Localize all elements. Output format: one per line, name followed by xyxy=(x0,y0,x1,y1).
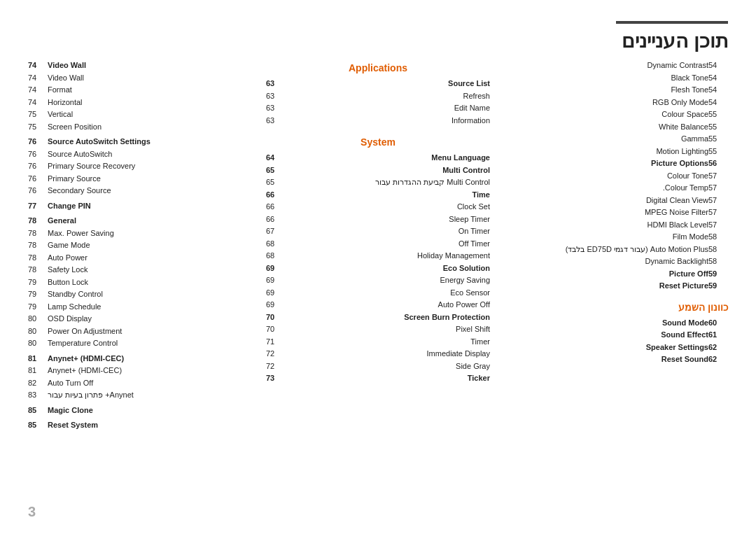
mid-entry: 73Ticker xyxy=(266,372,490,384)
entry-page-num: 78 xyxy=(28,264,48,276)
entry-label: General xyxy=(48,215,252,227)
right-label: Digital Clean View xyxy=(504,195,708,206)
sound-page-num: 60 xyxy=(708,317,728,329)
right-page-num: 54 xyxy=(708,84,728,96)
entry-label: Game Mode xyxy=(48,239,252,251)
entry-label: Standby Control xyxy=(48,288,252,300)
sound-label: Speaker Settings xyxy=(504,342,708,353)
mid-entry: 68Holiday Management xyxy=(266,250,490,262)
mid-entry: 66Clock Set xyxy=(266,201,490,213)
left-entry: 82Auto Turn Off xyxy=(28,377,252,389)
entry-page-num: 74 xyxy=(28,72,48,84)
entry-page-num: 78 xyxy=(28,252,48,264)
right-label: Motion Lighting xyxy=(504,146,708,157)
left-entry: 85Reset System xyxy=(28,419,252,431)
mid-label: Refresh xyxy=(288,90,490,102)
mid-entry: 65Multi Control xyxy=(266,164,490,176)
left-entry: 81Anynet+ (HDMI-CEC) xyxy=(28,353,252,365)
mid-page-num: 66 xyxy=(266,201,288,213)
right-entry: 55Gamma xyxy=(504,133,728,145)
entry-label: Source AutoSwitch Settings xyxy=(48,136,252,148)
right-page-num: 58 xyxy=(708,255,728,267)
left-entry: 75Vertical xyxy=(28,108,252,120)
left-entry: 74Video Wall xyxy=(28,72,252,84)
entry-page-num: 80 xyxy=(28,337,48,349)
left-entry: 78General xyxy=(28,215,252,227)
right-entry: 54Dynamic Contrast xyxy=(504,59,728,71)
right-page-num: 57 xyxy=(708,195,728,206)
left-entry: 76Secondary Source xyxy=(28,185,252,197)
mid-page-num: 63 xyxy=(266,78,288,90)
mid-label: Energy Saving xyxy=(288,274,490,286)
middle-column: Applications63Source List63Refresh63Edit… xyxy=(259,59,497,432)
right-label: RGB Only Mode xyxy=(504,97,708,108)
entry-label: Primary Source xyxy=(48,173,252,185)
entry-page-num: 75 xyxy=(28,108,48,120)
mid-label: Edit Name xyxy=(288,102,490,114)
left-entry: 76Source AutoSwitch xyxy=(28,148,252,160)
mid-label: Screen Burn Protection xyxy=(288,311,490,323)
mid-entry: 70Pixel Shift xyxy=(266,323,490,335)
left-entry: 79Lamp Schedule xyxy=(28,301,252,313)
right-page-num: 59 xyxy=(708,280,728,292)
right-page-num: 55 xyxy=(708,133,728,145)
left-entry: 76Source AutoSwitch Settings xyxy=(28,136,252,148)
entry-page-num: 81 xyxy=(28,353,48,365)
mid-entry: 66Sleep Timer xyxy=(266,213,490,225)
entry-label: Power On Adjustment xyxy=(48,325,252,337)
right-entry: 54Flesh Tone xyxy=(504,84,728,96)
entry-label: Anynet+ (HDMI-CEC) xyxy=(48,353,252,365)
entry-label: Magic Clone xyxy=(48,405,252,416)
right-page-num: 54 xyxy=(708,72,728,84)
right-entry: 59Reset Picture xyxy=(504,280,728,292)
entry-page-num: 85 xyxy=(28,419,48,431)
mid-page-num: 63 xyxy=(266,115,288,127)
right-page-num: 55 xyxy=(708,108,728,120)
entry-page-num: 75 xyxy=(28,121,48,133)
sound-label: Reset Sound xyxy=(504,353,708,365)
mid-page-num: 65 xyxy=(266,164,288,176)
left-entry: 80Power On Adjustment xyxy=(28,325,252,337)
mid-page-num: 73 xyxy=(266,372,288,384)
entry-label: Video Wall xyxy=(48,59,252,71)
entry-label: Safety Lock xyxy=(48,264,252,276)
page: תוכן העניינים 74Video Wall74Video Wall74… xyxy=(0,0,756,534)
right-label: Dynamic Contrast xyxy=(504,59,708,71)
entry-page-num: 76 xyxy=(28,160,48,172)
mid-label: Off Timer xyxy=(288,238,490,250)
entry-page-num: 78 xyxy=(28,215,48,227)
right-label: Flesh Tone xyxy=(504,84,708,96)
mid-page-num: 70 xyxy=(266,323,288,335)
right-page-num: 58 xyxy=(708,231,728,243)
entry-label: Temperature Control xyxy=(48,337,252,349)
mid-label: Clock Set xyxy=(288,201,490,213)
header-bar xyxy=(616,21,728,24)
mid-entry: 71Timer xyxy=(266,336,490,348)
entry-page-num: 80 xyxy=(28,313,48,325)
left-entry: 78Game Mode xyxy=(28,239,252,251)
mid-entry: 63Information xyxy=(266,115,490,127)
right-entry: 57MPEG Noise Filter xyxy=(504,206,728,218)
entry-page-num: 79 xyxy=(28,288,48,300)
entry-page-num: 80 xyxy=(28,325,48,337)
entry-label: Auto Power xyxy=(48,252,252,264)
mid-page-num: 69 xyxy=(266,299,288,311)
mid-label: Eco Solution xyxy=(288,262,490,274)
entry-page-num: 74 xyxy=(28,84,48,96)
header: תוכן העניינים xyxy=(28,21,728,52)
entry-label: Horizontal xyxy=(48,97,252,108)
mid-label: Side Gray xyxy=(288,360,490,372)
right-label: Reset Picture xyxy=(504,280,708,292)
left-entry: 74Format xyxy=(28,84,252,96)
left-column: 74Video Wall74Video Wall74Format74Horizo… xyxy=(28,59,259,432)
mid-label: Timer xyxy=(288,336,490,348)
mid-page-num: 63 xyxy=(266,90,288,102)
right-label: Colour Space xyxy=(504,108,708,120)
mid-entry: 65קביעת ההגדרות עבור Multi Control xyxy=(266,176,490,188)
right-page-num: 55 xyxy=(708,121,728,133)
mid-entry: 69Energy Saving xyxy=(266,274,490,286)
mid-page-num: 72 xyxy=(266,348,288,360)
right-label: Picture Off xyxy=(504,268,708,280)
sound-entry: 60Sound Mode xyxy=(504,317,728,329)
entry-page-num: 78 xyxy=(28,227,48,239)
